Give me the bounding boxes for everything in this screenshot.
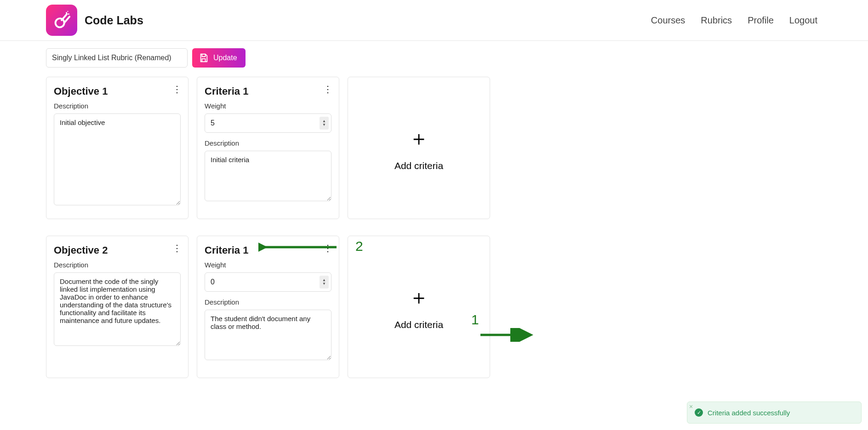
- weight-label: Weight: [205, 261, 331, 269]
- svg-point-5: [67, 11, 68, 12]
- weight-input[interactable]: [205, 272, 331, 292]
- criteria-card: ⋮ Criteria 1 Weight ▲ ▼ Description: [197, 236, 339, 378]
- update-button-label: Update: [213, 54, 237, 62]
- description-label: Description: [205, 139, 331, 147]
- objective-card: ⋮ Objective 2 Description: [46, 236, 188, 378]
- rubric-name-input[interactable]: [46, 48, 188, 68]
- main-nav: Courses Rubrics Profile Logout: [651, 15, 817, 26]
- add-criteria-button[interactable]: ＋ Add criteria: [348, 236, 490, 378]
- add-criteria-label: Add criteria: [394, 319, 443, 330]
- svg-line-2: [64, 17, 70, 23]
- nav-logout[interactable]: Logout: [789, 15, 817, 26]
- objective-title: Objective 1: [54, 85, 181, 97]
- number-stepper[interactable]: ▲ ▼: [320, 117, 329, 130]
- nav-rubrics[interactable]: Rubrics: [701, 15, 732, 26]
- toolbar: Update: [46, 48, 822, 68]
- criteria-description-input[interactable]: [205, 310, 331, 360]
- toast-message: Criteria added successfully: [708, 409, 790, 413]
- objective-description-input[interactable]: [54, 113, 181, 205]
- kebab-icon[interactable]: ⋮: [322, 243, 333, 254]
- number-stepper[interactable]: ▲ ▼: [320, 276, 329, 289]
- svg-point-4: [68, 13, 69, 15]
- chevron-down-icon: ▼: [322, 123, 326, 127]
- content: Update ⋮ Objective 1 Description ⋮ Crite…: [0, 41, 868, 413]
- svg-point-3: [66, 12, 67, 13]
- update-button[interactable]: Update: [192, 48, 246, 68]
- add-criteria-label: Add criteria: [394, 160, 443, 171]
- criteria-title: Criteria 1: [205, 244, 331, 256]
- nav-profile[interactable]: Profile: [748, 15, 774, 26]
- description-label: Description: [205, 298, 331, 306]
- toast-success: × ✓ Criteria added successfully: [687, 402, 862, 413]
- rubric-row: ⋮ Objective 2 Description ⋮ Criteria 1 W…: [46, 236, 822, 378]
- description-label: Description: [54, 102, 181, 110]
- app-header: Code Labs Courses Rubrics Profile Logout: [0, 0, 868, 41]
- chevron-down-icon: ▼: [322, 282, 326, 286]
- svg-line-1: [62, 14, 67, 20]
- criteria-card: ⋮ Criteria 1 Weight ▲ ▼ Description: [197, 77, 339, 219]
- nav-courses[interactable]: Courses: [651, 15, 685, 26]
- objective-card: ⋮ Objective 1 Description: [46, 77, 188, 219]
- plus-icon: ＋: [409, 284, 429, 311]
- kebab-icon[interactable]: ⋮: [171, 84, 183, 95]
- app-logo: [46, 5, 77, 36]
- rubric-row: ⋮ Objective 1 Description ⋮ Criteria 1 W…: [46, 77, 822, 219]
- weight-input[interactable]: [205, 113, 331, 133]
- objective-title: Objective 2: [54, 244, 181, 256]
- add-criteria-button[interactable]: ＋ Add criteria: [348, 77, 490, 219]
- objective-description-input[interactable]: [54, 272, 181, 346]
- brand: Code Labs: [46, 5, 143, 36]
- check-circle-icon: ✓: [695, 408, 703, 413]
- brand-name: Code Labs: [85, 14, 143, 27]
- save-icon: [199, 53, 209, 63]
- kebab-icon[interactable]: ⋮: [171, 243, 183, 254]
- plus-icon: ＋: [409, 125, 429, 152]
- criteria-title: Criteria 1: [205, 85, 331, 97]
- criteria-description-input[interactable]: [205, 151, 331, 201]
- description-label: Description: [54, 261, 181, 269]
- flask-icon: [51, 10, 72, 31]
- close-icon[interactable]: ×: [689, 403, 693, 410]
- weight-label: Weight: [205, 102, 331, 110]
- kebab-icon[interactable]: ⋮: [322, 84, 333, 95]
